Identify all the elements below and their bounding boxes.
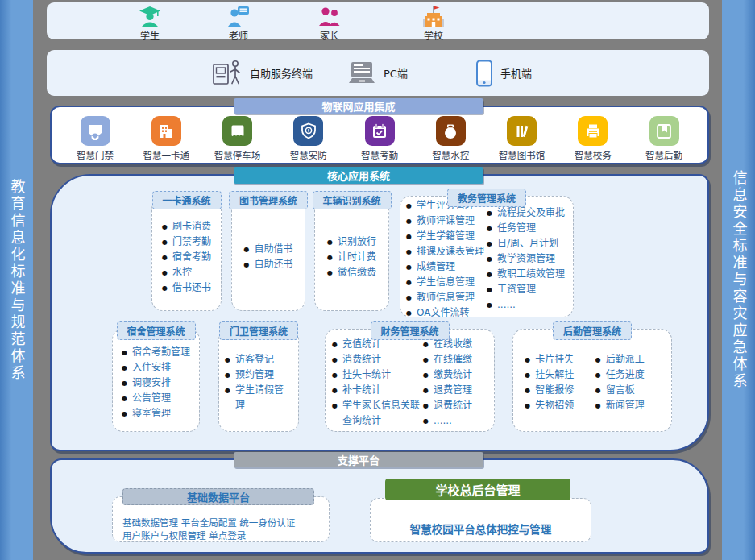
- feature-item: 自助还书: [243, 257, 292, 272]
- iot-item-label: 智慧门禁: [64, 148, 126, 161]
- feature-item: 任务管理: [487, 221, 567, 236]
- feature-item: 在线催缴: [423, 352, 487, 367]
- iot-item-label: 智慧图书馆: [492, 148, 553, 161]
- terminal-item-label: 自助服务终端: [250, 65, 313, 81]
- user-item-label: 家长: [297, 28, 362, 42]
- user-item-school: 学校: [401, 6, 466, 42]
- user-item-label: 学生: [118, 28, 182, 42]
- feature-item: 公告管理: [122, 391, 190, 406]
- user-item-label: 学校: [401, 28, 466, 42]
- terminal-item-label: PC端: [384, 65, 408, 81]
- feature-item: 预约管理: [225, 367, 292, 383]
- iot-item-label: 智慧后勤: [633, 148, 695, 161]
- system-box-vehicle: 车辆识别系统 识别放行计时计费微信缴费: [314, 198, 389, 311]
- iot-item-library: 智慧图书馆: [492, 116, 553, 161]
- feature-item: 刷卡消费: [162, 219, 211, 234]
- feature-item: 排课及课表管理: [406, 244, 487, 259]
- support-section-header: 支撑平台: [234, 452, 483, 467]
- feature-item: 流程提交及审批: [487, 205, 567, 221]
- system-box-library: 图书管理系统 自助借书自助还书: [231, 198, 305, 311]
- iot-item-label: 智慧一卡通: [135, 148, 197, 161]
- system-title: 财务管理系统: [370, 321, 449, 340]
- feature-item: 寝室管理: [122, 406, 190, 421]
- system-title: 车辆识别系统: [312, 191, 391, 209]
- feature-item: 卡片挂失: [525, 352, 589, 367]
- school-admin-header: 学校总后台管理: [385, 479, 570, 500]
- feature-item: 后勤派工: [595, 352, 660, 367]
- feature-item: 工资管理: [487, 282, 567, 297]
- feature-item: 挂失卡统计: [332, 367, 422, 383]
- feature-item: 失物招领: [525, 398, 589, 413]
- left-standards-bar: 教育信息化标准与规范体系: [0, 0, 33, 560]
- base-platform-line2: 用户账户与权限管理 单点登录: [122, 529, 321, 542]
- feature-item: 教职工绩效管理: [487, 267, 567, 282]
- terminal-item-label: 手机端: [500, 65, 532, 81]
- feature-item: 挂失解挂: [525, 367, 589, 383]
- security-shield-icon: [293, 116, 323, 146]
- feature-item: 成绩管理: [406, 259, 487, 275]
- feature-item: 日/周、月计划: [487, 236, 567, 251]
- system-title: 门卫管理系统: [219, 321, 298, 340]
- iot-item-label: 智慧考勤: [349, 148, 410, 161]
- iot-item-logistics: 智慧后勤: [633, 116, 695, 161]
- system-title: 教务管理系统: [447, 189, 526, 207]
- feature-item: 自助借书: [243, 242, 292, 257]
- base-platform-line1: 基础数据管理 平台全局配置 统一身份认证: [122, 516, 321, 529]
- library-books-icon: [507, 116, 537, 146]
- logistics-bookmark-icon: [649, 116, 679, 146]
- system-box-logistics: 后勤管理系统 卡片挂失挂失解挂智能报修失物招领 后勤派工任务进度留言板新闻管理: [512, 329, 672, 432]
- door-access-icon: [81, 116, 110, 146]
- feature-item: ......: [487, 297, 567, 313]
- student-icon: [139, 6, 161, 27]
- feature-item: 消费统计: [332, 352, 422, 367]
- feature-item: 学生请假管理: [225, 383, 292, 413]
- water-control-icon: [436, 116, 466, 146]
- right-security-bar: 信息安全标准与容灾应急体系: [722, 0, 755, 560]
- system-box-gate: 门卫管理系统 访客登记预约管理学生请假管理: [218, 329, 299, 432]
- parking-icon: [222, 116, 252, 146]
- school-affairs-icon: [578, 116, 608, 146]
- feature-item: 微信缴费: [327, 265, 376, 280]
- iot-item-label: 智慧水控: [420, 148, 481, 161]
- system-title: 宿舍管理系统: [116, 321, 195, 340]
- feature-item: 退费管理: [423, 383, 487, 398]
- user-item-teacher: 老师: [206, 6, 271, 42]
- system-box-dorm: 宿舍管理系统 宿舍考勤管理入住安排调寝安排公告管理寝室管理: [112, 329, 200, 432]
- feature-item: 访客登记: [225, 352, 292, 367]
- iot-section-title: 物联网应用集成: [321, 98, 395, 114]
- terminal-item-kiosk: 自助服务终端: [212, 50, 313, 96]
- base-data-platform-header: 基础数据平台: [122, 488, 314, 505]
- system-title: 后勤管理系统: [553, 321, 632, 340]
- parents-icon: [318, 6, 341, 27]
- school-admin-desc: 智慧校园平台总体把控与管理: [371, 521, 591, 537]
- feature-item: 补卡统计: [332, 383, 422, 398]
- laptop-icon: [347, 61, 376, 85]
- smart-campus-architecture-diagram: 教育信息化标准与规范体系 信息安全标准与容灾应急体系 学生 老师: [0, 0, 755, 560]
- school-admin-title: 学校总后台管理: [435, 481, 520, 498]
- onecard-icon: [151, 116, 181, 146]
- feature-item: 学生家长信息关联查询统计: [332, 398, 422, 429]
- terminal-item-mobile: 手机端: [475, 50, 532, 96]
- system-box-onecard: 一卡通系统 刷卡消费门禁考勤宿舍考勤水控借书还书: [151, 198, 222, 311]
- iot-item-label: 智慧安防: [278, 148, 339, 161]
- feature-item: 新闻管理: [595, 398, 660, 413]
- feature-item: 留言板: [595, 383, 660, 398]
- users-row: 学生 老师 家长: [47, 2, 709, 39]
- kiosk-icon: [212, 59, 243, 88]
- iot-item-affairs: 智慧校务: [562, 116, 624, 161]
- phone-icon: [475, 60, 493, 87]
- terminals-row: 自助服务终端 PC端 手机端: [47, 50, 709, 96]
- school-admin-box: 智慧校园平台总体把控与管理: [370, 498, 591, 542]
- feature-item: 缴费统计: [423, 367, 487, 383]
- feature-item: 识别放行: [327, 234, 376, 250]
- feature-item: 入住安排: [122, 360, 190, 375]
- feature-item: 教师信息管理: [406, 290, 487, 305]
- iot-item-onecard: 智慧一卡通: [135, 116, 197, 161]
- feature-item: 任务进度: [595, 367, 660, 383]
- feature-item: 教学资源管理: [487, 251, 567, 267]
- iot-item-parking: 智慧停车场: [207, 116, 268, 161]
- core-section-title: 核心应用系统: [327, 168, 390, 183]
- user-item-student: 学生: [118, 6, 182, 42]
- iot-item-label: 智慧校务: [562, 148, 624, 161]
- iot-item-label: 智慧停车场: [207, 148, 268, 161]
